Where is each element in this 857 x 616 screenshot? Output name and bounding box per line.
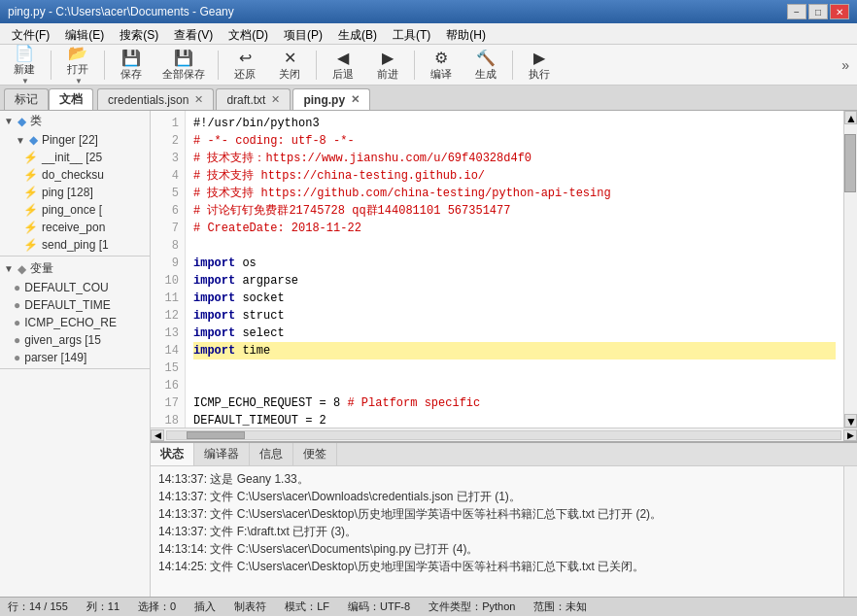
toolbar-btn-新建[interactable]: 📄新建▼	[4, 48, 45, 83]
sidebar-item-label: ping_once [	[42, 203, 102, 217]
log-tab-编译器[interactable]: 编译器	[194, 443, 250, 465]
line-number: 5	[156, 185, 179, 202]
toolbar-icon-10: ▶	[529, 49, 550, 67]
sidebar-item[interactable]: ⚡send_ping [1	[0, 236, 150, 254]
h-scroll-thumb[interactable]	[187, 431, 245, 439]
toolbar-btn-编译[interactable]: ⚙编译	[421, 48, 462, 83]
window-controls: − □ ✕	[787, 4, 849, 19]
toolbar-icon-2: 💾	[120, 49, 142, 67]
title-bar: ping.py - C:\Users\acer\Documents - Gean…	[0, 0, 857, 23]
sidebar-item[interactable]: ●given_args [15	[0, 331, 150, 349]
comment-text: # 技术支持 https://github.com/china-testing/…	[193, 187, 611, 200]
scroll-thumb[interactable]	[844, 134, 856, 192]
sidebar-item[interactable]: ▼◆Pinger [22]	[0, 131, 150, 149]
toolbar-icon-7: ▶	[377, 49, 398, 67]
sidebar-item-label: __init__ [25	[42, 151, 102, 164]
status-tabmode: 制表符	[234, 599, 266, 614]
toolbar-btn-生成[interactable]: 🔨生成	[465, 48, 506, 83]
tab-bookmark-label[interactable]: 标记	[4, 88, 49, 110]
sidebar-item[interactable]: ⚡receive_pon	[0, 219, 150, 236]
maximize-button[interactable]: □	[808, 4, 828, 19]
code-line: import select	[193, 325, 836, 342]
toolbar-expand-button[interactable]: »	[838, 55, 853, 75]
comment-text: # CreateDate: 2018-11-22	[193, 222, 361, 235]
log-tab-信息[interactable]: 信息	[250, 443, 293, 465]
main-area: ▼◆类▼◆Pinger [22]⚡__init__ [25⚡do_checksu…	[0, 111, 857, 597]
scroll-left-arrow[interactable]: ◀	[151, 429, 164, 441]
menu-item-查看(V)[interactable]: 查看(V)	[166, 25, 221, 42]
toolbar-arrow-1: ▼	[75, 77, 83, 86]
section-icon: ◆	[17, 262, 26, 276]
tab-close-icon[interactable]: ✕	[271, 93, 280, 106]
toolbar-btn-保存[interactable]: 💾保存	[111, 48, 152, 83]
file-tab-ping-py[interactable]: ping.py✕	[292, 88, 370, 110]
h-scroll-track[interactable]	[166, 430, 841, 440]
sidebar-item[interactable]: ●DEFAULT_COU	[0, 279, 150, 296]
log-tab-便签[interactable]: 便签	[293, 443, 337, 465]
toolbar-btn-打开[interactable]: 📂打开▼	[57, 48, 98, 83]
expand-icon: ▼	[4, 263, 14, 274]
tab-document-label[interactable]: 文档	[49, 88, 93, 110]
sidebar-item[interactable]: ⚡ping [128]	[0, 184, 150, 201]
sidebar-item[interactable]: ●parser [149]	[0, 349, 150, 366]
scroll-track[interactable]	[844, 124, 857, 414]
menu-item-帮助(H)[interactable]: 帮助(H)	[438, 25, 494, 42]
minimize-button[interactable]: −	[787, 4, 806, 19]
comment-text: # 技术支持 https://china-testing.github.io/	[193, 169, 485, 183]
toolbar-sep-9	[512, 51, 513, 80]
method-icon: ⚡	[23, 203, 38, 217]
file-tab-draft-txt[interactable]: draft.txt✕	[216, 88, 291, 110]
horizontal-scrollbar[interactable]: ◀ ▶	[151, 428, 857, 441]
toolbar-btn-关闭[interactable]: ✕关闭	[269, 48, 310, 83]
method-icon: ⚡	[23, 221, 38, 234]
keyword: import	[193, 309, 235, 323]
toolbar-icon-5: ✕	[279, 49, 300, 67]
tab-close-icon[interactable]: ✕	[194, 93, 203, 106]
sidebar-item[interactable]: ●ICMP_ECHO_RE	[0, 314, 150, 331]
code-content[interactable]: #!/usr/bin/python3# -*- coding: utf-8 -*…	[186, 111, 843, 428]
menu-item-文档(D)[interactable]: 文档(D)	[221, 25, 276, 42]
tab-close-icon[interactable]: ✕	[351, 93, 360, 106]
toolbar: 📄新建▼📂打开▼💾保存💾全部保存↩还原✕关闭◀后退▶前进⚙编译🔨生成▶执行»	[0, 45, 857, 86]
sidebar-item[interactable]: ▼◆类	[0, 111, 150, 131]
import-name: argparse	[235, 274, 298, 288]
import-name: time	[235, 344, 270, 358]
sidebar-item[interactable]: ⚡ping_once [	[0, 201, 150, 219]
sidebar-item[interactable]: ▼◆变量	[0, 258, 150, 279]
sidebar-item[interactable]: ⚡do_checksu	[0, 166, 150, 184]
status-bar: 行：14 / 155 列：11 选择：0 插入 制表符 模式：LF 编码：UTF…	[0, 597, 857, 616]
close-button[interactable]: ✕	[830, 4, 849, 19]
file-tab-credentials-json[interactable]: credentials.json✕	[97, 88, 214, 110]
toolbar-icon-0: 📄	[14, 44, 35, 62]
menu-item-项目(P)[interactable]: 项目(P)	[276, 25, 330, 42]
toolbar-btn-还原[interactable]: ↩还原	[224, 48, 265, 83]
line-number: 2	[156, 132, 179, 150]
tab-bookmark-section: 标记 文档	[4, 88, 93, 110]
log-scrollbar[interactable]	[843, 466, 857, 597]
code-container[interactable]: 12345678910111213141516171819 #!/usr/bin…	[151, 111, 857, 428]
menu-item-文件(F)[interactable]: 文件(F)	[4, 25, 57, 42]
editor-scrollbar-vertical[interactable]: ▲ ▼	[843, 111, 857, 428]
toolbar-btn-后退[interactable]: ◀后退	[323, 48, 363, 83]
sidebar-item[interactable]: ●DEFAULT_TIME	[0, 296, 150, 314]
menu-item-编辑(E)[interactable]: 编辑(E)	[57, 25, 112, 42]
log-tab-状态[interactable]: 状态	[151, 443, 194, 465]
code-line: # 讨论钉钉免费群21745728 qq群144081101 567351477	[193, 202, 836, 220]
menu-item-生成(B)[interactable]: 生成(B)	[330, 25, 385, 42]
sidebar-item[interactable]: ⚡__init__ [25	[0, 149, 150, 166]
sidebar-item-label: given_args [15	[24, 333, 101, 347]
menu-item-搜索(S)[interactable]: 搜索(S)	[112, 25, 166, 42]
log-line: 14:13:37: 文件 C:\Users\acer\Desktop\历史地理国…	[158, 505, 836, 523]
scroll-right-arrow[interactable]: ▶	[843, 429, 857, 441]
code-line: import struct	[193, 307, 836, 325]
toolbar-btn-全部保存[interactable]: 💾全部保存	[155, 48, 212, 83]
var-icon: ●	[14, 316, 20, 329]
scroll-down-arrow[interactable]: ▼	[844, 414, 857, 428]
toolbar-btn-前进[interactable]: ▶前进	[367, 48, 408, 83]
scroll-up-arrow[interactable]: ▲	[844, 111, 857, 124]
toolbar-label-6: 后退	[332, 67, 354, 82]
code-line: ICMP_ECHO_REQUEST = 8 # Platform specifi…	[193, 394, 836, 412]
toolbar-btn-执行[interactable]: ▶执行	[519, 48, 560, 83]
menu-item-工具(T)[interactable]: 工具(T)	[385, 25, 438, 42]
line-number: 6	[156, 202, 179, 220]
